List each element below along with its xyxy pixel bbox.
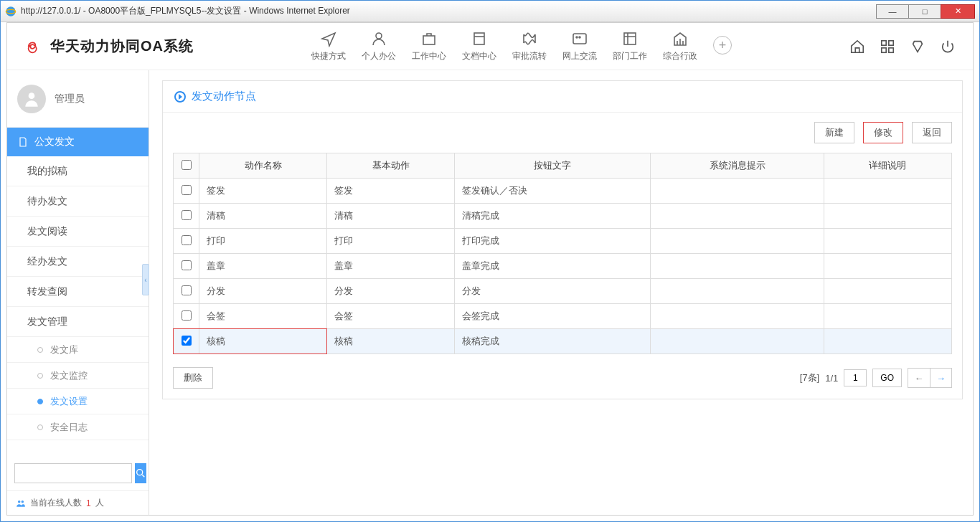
cell-msg [651, 229, 824, 254]
topnav-item[interactable]: 综合行政 [663, 30, 697, 62]
cell-name: 打印 [199, 229, 327, 254]
window-close[interactable]: ✕ [941, 4, 975, 19]
select-all-checkbox[interactable] [182, 160, 192, 170]
row-checkbox[interactable] [182, 285, 192, 295]
cell-desc [824, 279, 951, 304]
pager-prev[interactable]: ← [908, 369, 930, 387]
row-checkbox[interactable] [182, 235, 192, 245]
edit-button[interactable]: 修改 [863, 122, 903, 143]
power-icon[interactable] [940, 39, 956, 54]
back-button[interactable]: 返回 [912, 122, 952, 143]
cell-name: 签发 [199, 179, 327, 204]
cell-name: 清稿 [199, 204, 327, 229]
user-box: 管理员 [7, 70, 149, 128]
table-row[interactable]: 会签会签会签完成 [174, 304, 952, 329]
topnav-item[interactable]: 部门工作 [613, 30, 647, 62]
topnav-item[interactable]: 文档中心 [462, 30, 496, 62]
svg-point-13 [29, 92, 35, 99]
cell-btn: 清稿完成 [455, 204, 651, 229]
cell-desc [824, 229, 951, 254]
sidebar-collapse-handle[interactable]: ‹ [142, 264, 149, 295]
svg-point-14 [137, 470, 143, 475]
cell-name: 分发 [199, 279, 327, 304]
pager-go-button[interactable]: GO [872, 369, 902, 387]
sidebar-subitem[interactable]: 发文库 [7, 337, 149, 363]
cell-msg [651, 254, 824, 279]
window-minimize[interactable]: — [876, 4, 909, 19]
svg-rect-10 [889, 40, 893, 44]
topnav-item[interactable]: 快捷方式 [311, 30, 346, 62]
table-row[interactable]: 签发签发签发确认／否决 [174, 179, 952, 204]
table-row[interactable]: 分发分发分发 [174, 279, 952, 304]
pager-input[interactable] [844, 369, 867, 386]
table-row[interactable]: 盖章盖章盖章完成 [174, 254, 952, 279]
delete-button[interactable]: 删除 [173, 367, 213, 389]
svg-point-16 [22, 500, 24, 503]
table-header [174, 153, 199, 179]
table-row[interactable]: 清稿清稿清稿完成 [174, 204, 952, 229]
nav-label: 工作中心 [412, 50, 446, 62]
sidebar-search-input[interactable] [14, 463, 132, 483]
sidebar-subitem[interactable]: 发文设置 [7, 389, 149, 414]
sidebar-item[interactable]: 发文管理 [7, 307, 149, 337]
sidebar-item[interactable]: 经办发文 [7, 247, 149, 277]
row-checkbox[interactable] [182, 310, 192, 321]
table-row[interactable]: 打印打印打印完成 [174, 229, 952, 254]
sidebar-item[interactable]: 转发查阅 [7, 277, 149, 307]
cell-desc [824, 304, 951, 329]
ie-icon [5, 6, 17, 17]
panel-title: 发文动作节点 [192, 90, 256, 103]
sidebar-subitem[interactable]: 安全日志 [7, 414, 149, 440]
sidebar-item[interactable]: 待办发文 [7, 186, 149, 217]
sidebar-search-button[interactable] [135, 463, 146, 483]
nav-label: 综合行政 [663, 50, 697, 62]
new-button[interactable]: 新建 [814, 122, 854, 143]
table-header: 详细说明 [824, 153, 951, 179]
cell-name: 核稿 [199, 329, 327, 354]
pager: [7条] 1/1 GO ← → [800, 368, 952, 388]
avatar-icon [17, 85, 46, 113]
sidebar-item[interactable]: 我的拟稿 [7, 156, 149, 186]
row-checkbox[interactable] [182, 336, 192, 346]
nav-icon [671, 30, 689, 47]
cell-desc [824, 179, 951, 204]
topnav-item[interactable]: 审批流转 [512, 30, 547, 62]
window-titlebar: http://127.0.0.1/ - OA8000平台版_FPLMYSQL5-… [1, 1, 979, 22]
cell-desc [824, 329, 951, 354]
svg-rect-9 [882, 40, 886, 44]
pager-total: [7条] [800, 371, 819, 384]
topnav-item[interactable]: 个人办公 [362, 30, 396, 62]
table-header: 按钮文字 [455, 153, 651, 179]
table-row[interactable]: 核稿核稿核稿完成 [174, 329, 952, 354]
sidebar-item[interactable]: 发文阅读 [7, 217, 149, 247]
table-header: 基本动作 [327, 153, 455, 179]
topnav-item[interactable]: 网上交流 [562, 30, 597, 62]
cell-name: 盖章 [199, 254, 327, 279]
cell-base: 签发 [327, 179, 455, 204]
row-checkbox[interactable] [182, 260, 192, 270]
nav-label: 文档中心 [462, 50, 496, 62]
sidebar-group[interactable]: 公文发文 [7, 128, 149, 156]
add-nav-button[interactable]: + [713, 36, 732, 54]
topnav-item[interactable]: 工作中心 [412, 30, 446, 62]
cell-desc [824, 204, 951, 229]
nav-label: 网上交流 [562, 50, 597, 62]
svg-point-6 [576, 37, 578, 38]
nav-label: 个人办公 [362, 50, 396, 62]
row-checkbox[interactable] [182, 185, 192, 195]
home-icon[interactable] [849, 39, 865, 54]
sidebar-subitem[interactable]: 发文监控 [7, 363, 149, 389]
online-status: 当前在线人数 1人 [7, 490, 149, 515]
window-maximize[interactable]: □ [908, 4, 941, 19]
svg-rect-12 [889, 47, 893, 52]
cell-base: 会签 [327, 304, 455, 329]
nav-icon [621, 30, 639, 47]
svg-rect-5 [573, 34, 586, 44]
theme-icon[interactable] [910, 39, 925, 54]
pager-next[interactable]: → [930, 369, 951, 387]
cell-base: 清稿 [327, 204, 455, 229]
nav-icon [369, 30, 388, 47]
window-title: http://127.0.0.1/ - OA8000平台版_FPLMYSQL5-… [21, 5, 877, 17]
row-checkbox[interactable] [182, 210, 192, 220]
apps-icon[interactable] [880, 39, 895, 54]
